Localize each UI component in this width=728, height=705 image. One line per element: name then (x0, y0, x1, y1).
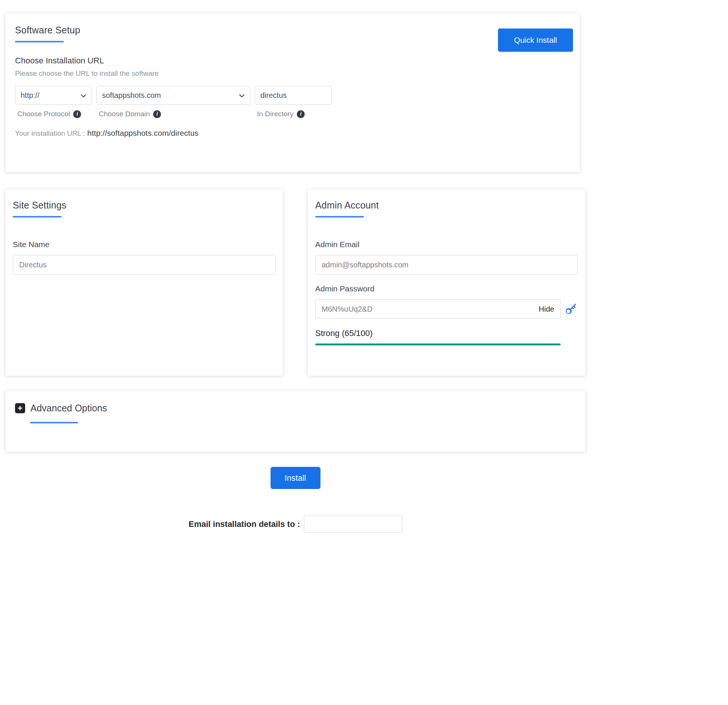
advanced-options-toggle[interactable]: + Advanced Options (15, 403, 576, 414)
choose-domain-label: Choose Domain (99, 110, 150, 118)
password-strength-fill (315, 344, 561, 345)
admin-password-field: Hide (315, 299, 561, 319)
in-directory-label-group: In Directory i (255, 110, 332, 118)
quick-install-button[interactable]: Quick Install (498, 28, 573, 52)
software-setup-title: Software Setup (15, 25, 570, 36)
site-name-input[interactable] (13, 255, 275, 274)
admin-email-label: Admin Email (315, 240, 578, 249)
admin-account-card: Admin Account Admin Email Admin Password… (308, 189, 585, 376)
choose-protocol-label: Choose Protocol (17, 110, 70, 118)
plus-square-icon[interactable]: + (15, 403, 25, 413)
page-content: Software Setup Quick Install Choose Inst… (5, 14, 585, 533)
chevron-down-icon (239, 91, 245, 100)
advanced-options-underline (30, 422, 78, 423)
admin-account-underline (315, 216, 364, 218)
software-setup-underline (15, 41, 64, 42)
admin-password-label: Admin Password (315, 284, 578, 293)
email-details-input[interactable] (304, 516, 402, 533)
admin-password-row: Hide (315, 299, 578, 319)
email-details-row: Email installation details to : (5, 516, 585, 533)
installation-url-field-labels: Choose Protocol i Choose Domain i In Dir… (15, 110, 570, 118)
installation-url-line: Your installation URL :http://softappsho… (15, 129, 570, 138)
admin-password-input[interactable] (322, 305, 539, 314)
advanced-options-card: + Advanced Options (5, 391, 585, 452)
advanced-options-title: Advanced Options (30, 403, 107, 414)
site-settings-card: Site Settings Site Name (5, 189, 283, 376)
choose-domain-label-group: Choose Domain i (96, 110, 250, 118)
info-icon[interactable]: i (73, 110, 81, 118)
settings-row: Site Settings Site Name Admin Account Ad… (5, 189, 585, 376)
chevron-down-icon (81, 91, 86, 100)
site-settings-underline (13, 216, 62, 218)
protocol-select[interactable]: http:// (15, 86, 92, 105)
installation-url-label: Your installation URL : (15, 129, 85, 137)
install-button[interactable]: Install (271, 467, 320, 489)
domain-select[interactable]: softappshots.com (96, 86, 250, 105)
site-settings-title: Site Settings (13, 200, 275, 211)
installation-url-value: http://softappshots.com/directus (87, 129, 199, 137)
directory-input[interactable] (255, 86, 332, 105)
info-icon[interactable]: i (153, 110, 161, 118)
installation-url-fields: http:// softappshots.com (15, 86, 570, 105)
in-directory-label: In Directory (257, 110, 293, 118)
choose-protocol-label-group: Choose Protocol i (15, 110, 92, 118)
site-name-label: Site Name (13, 240, 275, 249)
protocol-select-value: http:// (21, 91, 39, 100)
admin-email-input[interactable] (315, 255, 578, 274)
generate-password-key-icon[interactable] (564, 303, 577, 315)
admin-account-title: Admin Account (315, 200, 578, 211)
hide-password-toggle[interactable]: Hide (539, 305, 554, 314)
email-details-label: Email installation details to : (188, 519, 300, 529)
software-setup-card: Software Setup Quick Install Choose Inst… (5, 14, 580, 172)
info-icon[interactable]: i (297, 110, 305, 118)
choose-installation-url-subtext: Please choose the URL to install the sof… (15, 69, 570, 78)
password-strength-bar (315, 344, 561, 345)
domain-select-value: softappshots.com (102, 91, 161, 100)
choose-installation-url-heading: Choose Installation URL (15, 56, 570, 66)
password-strength-text: Strong (65/100) (315, 328, 578, 338)
